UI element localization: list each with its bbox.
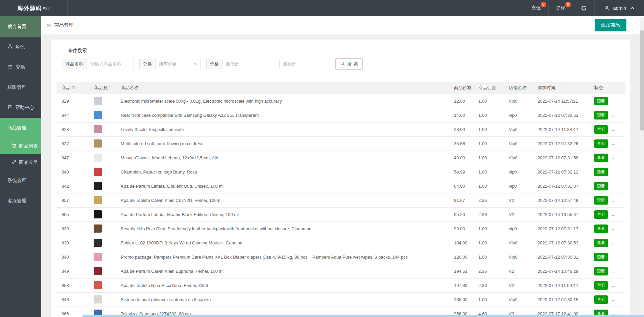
person-icon	[7, 44, 15, 50]
delete-button[interactable]: 删除	[612, 125, 625, 134]
sidebar-item-product-categories[interactable]: 商品分类	[0, 154, 41, 170]
view-button[interactable]: 查看	[594, 125, 608, 134]
sidebar-item-trade[interactable]: 交易	[0, 57, 41, 77]
shop-name: vip0	[504, 108, 532, 122]
view-button[interactable]: 查看	[594, 182, 608, 190]
product-id: 830	[56, 236, 89, 250]
view-button[interactable]: 查看	[594, 111, 608, 120]
max-price-input[interactable]	[279, 59, 330, 69]
view-button[interactable]: 查看	[594, 253, 608, 261]
product-id: 844	[56, 108, 89, 122]
sidebar-item-products[interactable]: 商品管理	[0, 118, 41, 138]
sidebar-item-help[interactable]: 帮助中心	[0, 98, 41, 118]
refresh-button[interactable]	[573, 0, 594, 16]
table-row: 830 Fuhlen L102 1000DPI 3 Keys Wired Gam…	[56, 236, 625, 250]
vertical-scrollbar[interactable]	[640, 16, 644, 317]
delete-button[interactable]: 删除	[612, 295, 625, 304]
product-image-cell	[89, 151, 116, 165]
sidebar-item-support[interactable]: 客服管理	[0, 191, 41, 211]
sidebar-item-system[interactable]: 系统管理	[0, 170, 41, 191]
sidebar-item-home[interactable]: 后台首页	[0, 16, 41, 37]
view-button[interactable]: 查看	[594, 97, 608, 105]
product-image-cell	[89, 221, 116, 236]
product-thumbnail	[94, 139, 102, 148]
shop-name: vip0	[504, 179, 532, 193]
view-button[interactable]: 查看	[594, 295, 608, 304]
add-product-button[interactable]: 添加商品	[595, 19, 626, 31]
username: admin	[613, 5, 626, 11]
product-image-cell	[89, 136, 116, 151]
delete-button[interactable]: 删除	[612, 239, 625, 247]
table-row: 829 Electronic micrometer scale 500g - 0…	[56, 94, 625, 108]
delete-button[interactable]: 删除	[612, 281, 625, 290]
view-button[interactable]: 查看	[594, 281, 608, 290]
status-cell: 查看 删除	[589, 108, 625, 122]
view-button[interactable]: 查看	[594, 224, 608, 233]
delete-button[interactable]: 删除	[612, 267, 625, 275]
delete-button[interactable]: 删除	[612, 224, 625, 233]
product-price: 49.00	[449, 151, 473, 165]
vertical-scrollbar-thumb[interactable]	[640, 30, 644, 131]
view-button[interactable]: 查看	[594, 154, 608, 162]
min-price-input[interactable]	[222, 59, 271, 69]
sidebar-item-permissions[interactable]: 权限管理	[0, 77, 41, 98]
col-header-id: 商品ID	[56, 82, 89, 94]
delete-button[interactable]: 删除	[612, 253, 625, 261]
app-logo-text: 海外源码	[18, 4, 42, 12]
search-button[interactable]: 搜 索	[335, 58, 363, 70]
delete-button[interactable]: 删除	[612, 97, 625, 105]
sidebar-item-label: 商品分类	[19, 159, 38, 165]
table-row: 840 Promo package: Pampers Premium Care …	[56, 250, 625, 264]
product-thumbnail	[94, 239, 102, 247]
product-thumbnail	[94, 281, 102, 289]
status-cell: 查看 删除	[589, 221, 625, 236]
table-row: 847 Masca Ghiveci, Model Lebada, 12x9x12…	[56, 151, 625, 165]
delete-button[interactable]: 删除	[612, 196, 625, 205]
delete-button[interactable]: 删除	[612, 139, 625, 148]
product-name: Electronic micrometer scale 500g - 0.01g…	[116, 94, 449, 108]
status-cell: 查看 删除	[589, 94, 625, 108]
view-button[interactable]: 查看	[594, 139, 608, 148]
delete-button[interactable]: 删除	[612, 210, 625, 219]
added-time: 2022-07-14 11:23:42	[532, 122, 589, 136]
sidebar-item-roles[interactable]: 角色	[0, 37, 41, 57]
horizontal-scrollbar[interactable]	[82, 315, 644, 317]
view-button[interactable]: 查看	[594, 267, 608, 275]
shop-name: Vip0	[504, 122, 532, 136]
product-id: 847	[56, 151, 89, 165]
shop-name: Vip0	[504, 136, 532, 151]
product-price: 104.00	[449, 236, 473, 250]
added-time: 2022-07-14 10:55:37	[532, 207, 589, 221]
view-button[interactable]: 查看	[594, 168, 608, 176]
sidebar-item-product-list[interactable]: 商品列表	[0, 138, 41, 154]
main-area: ≫ 商品管理 添加商品 条件搜索 商品名称 分类 所	[41, 16, 640, 317]
withdraw-button[interactable]: 提现 0	[548, 0, 573, 16]
product-thumbnail	[94, 295, 102, 303]
delete-button[interactable]: 删除	[612, 168, 625, 176]
delete-button[interactable]: 删除	[612, 111, 625, 120]
search-legend: 条件搜索	[65, 48, 90, 54]
product-image-cell	[89, 264, 116, 278]
delete-button[interactable]: 删除	[612, 182, 625, 190]
product-name-input[interactable]	[87, 59, 134, 69]
table-row: 844 Rear front case compatible with Sams…	[56, 108, 625, 122]
product-commission: 1.00	[473, 221, 504, 236]
user-menu[interactable]: admin	[594, 0, 644, 16]
view-button[interactable]: 查看	[594, 239, 608, 247]
product-price: 126.00	[449, 250, 473, 264]
recharge-button[interactable]: 充值 0	[524, 0, 548, 16]
view-button[interactable]: 查看	[594, 210, 608, 219]
sidebar-item-label: 后台首页	[7, 24, 26, 30]
product-thumbnail	[94, 111, 102, 119]
product-image-cell	[89, 94, 116, 108]
shop-name: V2	[504, 264, 532, 278]
product-image-cell	[89, 165, 116, 179]
delete-button[interactable]: 删除	[612, 154, 625, 162]
product-name: Beverly Hills Polo Club, Eco-friendly le…	[116, 221, 449, 236]
product-id: 849	[56, 264, 89, 278]
product-image-cell	[89, 236, 116, 250]
product-image-cell	[89, 108, 116, 122]
app-version: V20	[43, 6, 50, 10]
view-button[interactable]: 查看	[594, 196, 608, 205]
category-select[interactable]: 所有分类 ▼	[155, 59, 201, 69]
